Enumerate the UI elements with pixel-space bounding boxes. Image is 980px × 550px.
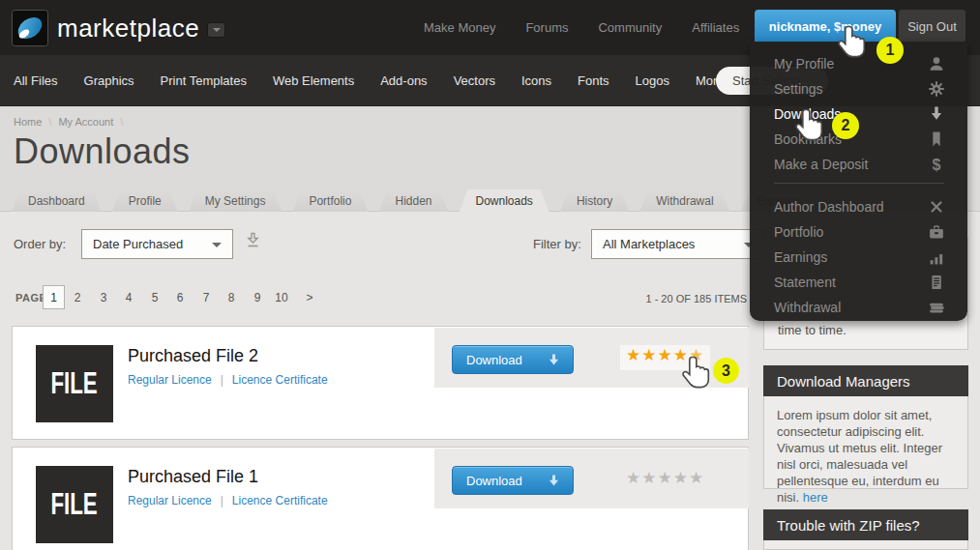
chevron-down-icon bbox=[213, 28, 221, 32]
zip-help-header: Trouble with ZIP files? bbox=[763, 509, 968, 540]
menu-item-withdrawal[interactable]: Withdrawal bbox=[750, 295, 967, 320]
page-number[interactable]: 10 bbox=[272, 291, 291, 304]
account-button[interactable]: nickname, $money bbox=[755, 10, 896, 43]
account-dropdown-menu: My Profile Settings Downloads bbox=[750, 42, 967, 321]
cat-icons[interactable]: Icons bbox=[521, 73, 551, 88]
download-button[interactable]: Download bbox=[452, 466, 574, 495]
star-icon[interactable]: ★ bbox=[626, 346, 641, 364]
cat-fonts[interactable]: Fonts bbox=[578, 73, 609, 88]
tab-withdrawal[interactable]: Withdrawal bbox=[639, 189, 729, 212]
page-next[interactable]: > bbox=[300, 291, 319, 304]
filter-by-value: All Marketplaces bbox=[603, 237, 695, 251]
download-managers-text: Lorem ipsum dolor sit amet, consectetur … bbox=[777, 408, 942, 505]
nav-forums[interactable]: Forums bbox=[525, 20, 568, 35]
breadcrumb-home[interactable]: Home bbox=[14, 116, 42, 128]
tab-profile[interactable]: Profile bbox=[112, 189, 178, 212]
user-icon bbox=[929, 56, 944, 72]
nav-affiliates[interactable]: Affiliates bbox=[692, 20, 739, 35]
logo-chevron-button[interactable] bbox=[207, 22, 225, 38]
menu-item-bookmarks[interactable]: Bookmarks bbox=[750, 127, 967, 152]
cursor-pointer-icon bbox=[795, 108, 824, 143]
breadcrumb-my-account[interactable]: My Account bbox=[58, 116, 113, 128]
download-button[interactable]: Download bbox=[452, 345, 574, 374]
star-icon[interactable]: ★ bbox=[641, 469, 657, 487]
page-number[interactable]: 9 bbox=[248, 291, 267, 304]
menu-item-label: Portfolio bbox=[774, 224, 823, 240]
page-number[interactable]: 3 bbox=[94, 291, 113, 304]
order-by-select[interactable]: Date Purchased bbox=[81, 229, 233, 259]
tab-history[interactable]: History bbox=[560, 189, 629, 212]
statement-icon bbox=[929, 275, 944, 290]
tab-portfolio[interactable]: Portfolio bbox=[292, 189, 368, 212]
filter-by-select[interactable]: All Marketplaces bbox=[591, 229, 765, 259]
svg-text:$: $ bbox=[933, 157, 941, 172]
page-number[interactable]: 2 bbox=[68, 291, 87, 304]
download-button-label: Download bbox=[453, 353, 548, 367]
menu-item-author-dashboard[interactable]: Author Dashboard bbox=[750, 194, 967, 219]
tab-my-settings[interactable]: My Settings bbox=[189, 189, 282, 212]
page-number-current[interactable]: 1 bbox=[43, 285, 65, 309]
file-title[interactable]: Purchased File 2 bbox=[125, 346, 258, 366]
cat-web-elements[interactable]: Web Elements bbox=[273, 73, 354, 88]
menu-item-earnings[interactable]: Earnings bbox=[750, 245, 967, 270]
menu-item-label: Author Dashboard bbox=[774, 199, 884, 215]
download-button-label: Download bbox=[453, 474, 548, 488]
cat-print-templates[interactable]: Print Templates bbox=[161, 73, 247, 88]
licence-certificate-link[interactable]: Licence Certificate bbox=[232, 494, 328, 507]
cat-all-files[interactable]: All Files bbox=[14, 73, 58, 88]
cat-add-ons[interactable]: Add-ons bbox=[380, 73, 427, 88]
briefcase-icon bbox=[929, 224, 944, 240]
menu-item-label: My Profile bbox=[774, 56, 834, 72]
page-title: Downloads bbox=[14, 131, 191, 172]
callout-1: 1 bbox=[876, 37, 904, 64]
gear-icon bbox=[929, 81, 944, 97]
regular-licence-link[interactable]: Regular Licence bbox=[128, 373, 212, 387]
tab-dashboard[interactable]: Dashboard bbox=[12, 189, 102, 212]
breadcrumb-separator: \ bbox=[48, 116, 51, 128]
file-title[interactable]: Purchased File 1 bbox=[125, 467, 258, 487]
cat-vectors[interactable]: Vectors bbox=[454, 73, 495, 88]
star-icon[interactable]: ★ bbox=[673, 469, 689, 487]
licence-certificate-link[interactable]: Licence Certificate bbox=[232, 373, 328, 387]
star-icon[interactable]: ★ bbox=[689, 469, 704, 487]
page-number[interactable]: 4 bbox=[119, 291, 138, 304]
download-arrow-icon bbox=[548, 475, 560, 487]
chevron-down-icon bbox=[212, 243, 222, 247]
menu-item-portfolio[interactable]: Portfolio bbox=[750, 219, 967, 245]
page-number[interactable]: 8 bbox=[222, 291, 241, 304]
cat-graphics[interactable]: Graphics bbox=[84, 73, 134, 88]
download-arrow-icon bbox=[548, 354, 560, 366]
star-rating: ★★★★★ bbox=[626, 468, 704, 488]
page-number[interactable]: 6 bbox=[170, 291, 190, 304]
menu-item-make-a-deposit[interactable]: Make a Deposit $ bbox=[750, 152, 967, 177]
page-number[interactable]: 5 bbox=[145, 291, 164, 304]
download-managers-header: Download Managers bbox=[763, 365, 968, 396]
star-icon[interactable]: ★ bbox=[658, 469, 673, 487]
star-icon[interactable]: ★ bbox=[626, 469, 641, 487]
download-sort-icon[interactable] bbox=[245, 232, 261, 251]
regular-licence-link[interactable]: Regular Licence bbox=[128, 494, 212, 507]
menu-item-statement[interactable]: Statement bbox=[750, 270, 967, 295]
menu-item-label: Withdrawal bbox=[774, 300, 841, 315]
order-by-value: Date Purchased bbox=[93, 237, 183, 251]
file-thumbnail[interactable]: FILE bbox=[36, 345, 113, 422]
star-icon[interactable]: ★ bbox=[641, 346, 657, 364]
download-icon bbox=[929, 106, 944, 122]
cat-logos[interactable]: Logos bbox=[636, 73, 669, 88]
nav-community[interactable]: Community bbox=[598, 20, 662, 35]
menu-item-settings[interactable]: Settings bbox=[750, 76, 967, 101]
header-nav: Make Money Forums Community Affiliates H… bbox=[424, 0, 795, 55]
here-link[interactable]: here bbox=[803, 490, 828, 505]
items-range: 1 - 20 OF 185 ITEMS bbox=[645, 293, 747, 304]
tab-downloads[interactable]: Downloads bbox=[460, 189, 549, 213]
bookmark-icon bbox=[929, 131, 944, 147]
page-number[interactable]: 7 bbox=[196, 291, 216, 304]
star-icon[interactable]: ★ bbox=[658, 346, 673, 364]
link-separator: | bbox=[221, 494, 223, 507]
signout-button[interactable]: Sign Out bbox=[899, 10, 965, 43]
logo[interactable]: marketplace bbox=[12, 9, 225, 47]
file-thumbnail[interactable]: FILE bbox=[36, 466, 113, 543]
notice-text: time to time. bbox=[778, 323, 846, 337]
nav-make-money[interactable]: Make Money bbox=[424, 20, 495, 35]
tab-hidden[interactable]: Hidden bbox=[378, 189, 448, 212]
